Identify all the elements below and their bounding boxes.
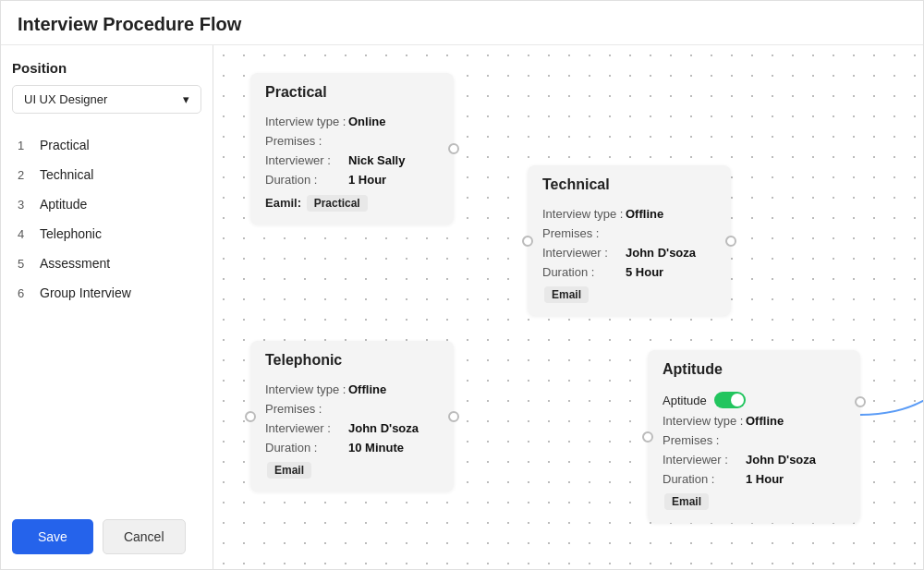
sidebar-footer: Save Cancel [12, 510, 201, 554]
sidebar-item-assessment[interactable]: 5 Assessment [12, 249, 201, 278]
telephonic-premises-label: Premises : [265, 402, 348, 416]
telephonic-email-badge: Email [267, 462, 311, 479]
technical-interviewer-value: John D'soza [626, 246, 696, 260]
aptitude-connector-top [855, 396, 866, 407]
sidebar-item-number: 5 [18, 257, 30, 271]
aptitude-connector-left [642, 431, 653, 443]
practical-card: Practical Interview type : Online Premis… [250, 73, 454, 224]
aptitude-duration-value: 1 Hour [746, 472, 784, 486]
aptitude-card-title: Aptitude [648, 350, 860, 385]
sidebar-item-label: Telephonic [40, 226, 102, 241]
sidebar: Position UI UX Designer ▾ 1 Practical 2 … [1, 45, 213, 569]
practical-duration-value: 1 Hour [348, 173, 386, 187]
telephonic-connector-left [245, 411, 256, 422]
telephonic-connector-right [448, 411, 459, 422]
sidebar-item-number: 2 [18, 168, 30, 182]
telephonic-interviewer-label: Interviewer : [265, 421, 348, 435]
sidebar-item-group-interview[interactable]: 6 Group Interview [12, 278, 201, 308]
aptitude-interview-type-label: Interview type : [663, 414, 746, 428]
toggle-knob [731, 394, 744, 406]
sidebar-item-number: 4 [18, 227, 30, 241]
technical-card-title: Technical [528, 165, 731, 200]
save-button[interactable]: Save [12, 519, 93, 554]
telephonic-card: Telephonic Interview type : Offline Prem… [250, 341, 454, 491]
practical-email-badge: Practical [307, 195, 368, 212]
sidebar-item-number: 6 [18, 286, 30, 300]
sidebar-item-practical[interactable]: 1 Practical [12, 130, 201, 160]
aptitude-interview-type-value: Offline [746, 414, 784, 428]
sidebar-item-label: Practical [40, 138, 90, 152]
practical-interviewer-label: Interviewer : [265, 153, 348, 167]
technical-interviewer-label: Interviewer : [542, 246, 626, 260]
sidebar-item-label: Aptitude [40, 197, 87, 212]
sidebar-item-label: Group Interview [40, 285, 131, 300]
sidebar-item-number: 1 [18, 139, 30, 152]
technical-card: Technical Interview type : Offline Premi… [528, 165, 731, 316]
telephonic-duration-value: 10 Minute [348, 441, 404, 455]
sidebar-item-telephonic[interactable]: 4 Telephonic [12, 219, 201, 249]
aptitude-interviewer-value: John D'soza [746, 453, 816, 467]
practical-interview-type-value: Online [348, 115, 385, 128]
aptitude-toggle-label: Aptitude [663, 394, 707, 407]
canvas-area: Practical Interview type : Online Premis… [213, 45, 923, 569]
practical-email: Eamil: Practical [265, 189, 368, 213]
technical-connector-left [522, 236, 533, 247]
technical-interview-type-label: Interview type : [542, 207, 626, 221]
sidebar-item-number: 3 [18, 198, 30, 212]
practical-interviewer-value: Nick Sally [348, 153, 405, 167]
telephonic-interview-type-value: Offline [348, 382, 386, 396]
telephonic-duration-label: Duration : [265, 441, 348, 455]
technical-premises-label: Premises : [542, 226, 626, 240]
aptitude-interviewer-label: Interviewer : [663, 453, 746, 467]
telephonic-interview-type-label: Interview type : [265, 382, 348, 396]
sidebar-item-aptitude[interactable]: 3 Aptitude [12, 189, 201, 219]
page-title: Interview Procedure Flow [1, 1, 923, 45]
aptitude-toggle[interactable] [714, 392, 746, 408]
position-value: UI UX Designer [24, 92, 107, 106]
practical-premises-label: Premises : [265, 134, 348, 148]
position-dropdown[interactable]: UI UX Designer ▾ [12, 85, 201, 114]
telephonic-interviewer-value: John D'soza [348, 421, 419, 435]
cancel-button[interactable]: Cancel [103, 519, 186, 554]
technical-interview-type-value: Offline [626, 207, 663, 221]
practical-interview-type-label: Interview type : [265, 115, 348, 128]
technical-email-badge: Email [544, 286, 589, 303]
aptitude-duration-label: Duration : [663, 472, 746, 486]
practical-card-title: Practical [250, 73, 454, 108]
position-label: Position [12, 60, 201, 76]
aptitude-toggle-row: Aptitude [663, 389, 845, 411]
sidebar-item-label: Assessment [40, 256, 110, 271]
practical-duration-label: Duration : [265, 173, 348, 187]
chevron-down-icon: ▾ [183, 92, 189, 106]
sidebar-item-label: Technical [40, 167, 93, 182]
aptitude-premises-label: Premises : [663, 433, 746, 447]
aptitude-card: Aptitude Aptitude Interview type : Offli… [648, 350, 860, 523]
practical-connector-right [448, 143, 459, 154]
technical-connector-right [725, 236, 736, 247]
sidebar-item-technical[interactable]: 2 Technical [12, 160, 201, 189]
telephonic-card-title: Telephonic [250, 341, 454, 376]
aptitude-email-badge: Email [664, 493, 709, 510]
technical-duration-label: Duration : [542, 265, 626, 279]
technical-duration-value: 5 Hour [626, 265, 663, 279]
